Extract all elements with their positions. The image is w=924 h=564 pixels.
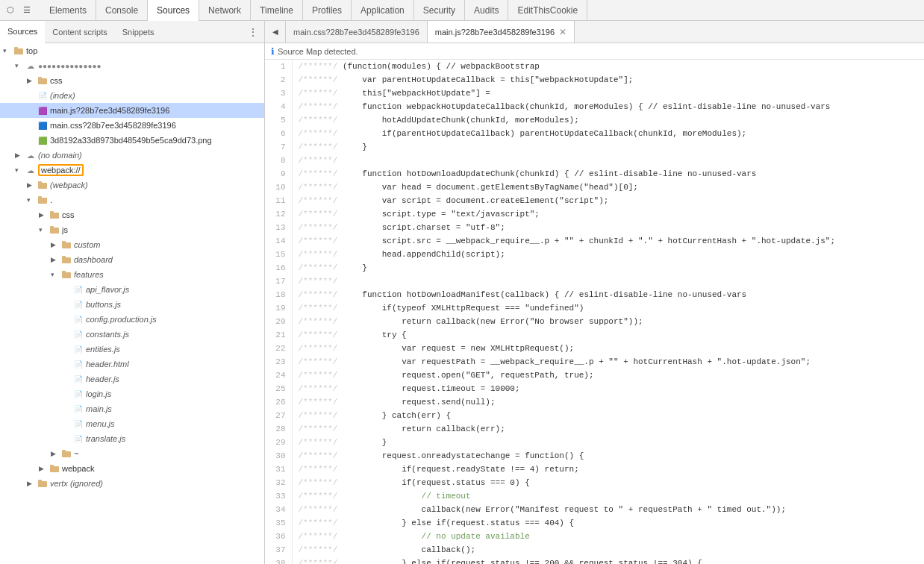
file-icon-menu-js: 📄 <box>73 419 84 429</box>
tree-item-menu-js[interactable]: ▶ 📄 menu.js <box>0 416 264 431</box>
line-content: /******/ } else if(request.status !== 20… <box>292 557 924 564</box>
code-line: 35/******/ } else if(request.status === … <box>265 516 924 530</box>
tab-sources[interactable]: Sources <box>148 0 199 21</box>
tree-label-features: features <box>74 270 104 279</box>
code-line: 2/******/ var parentHotUpdateCallback = … <box>265 73 924 87</box>
line-content: /******/ if(parentHotUpdateCallback) par… <box>292 127 924 140</box>
file-tab-main-css[interactable]: main.css?28b7ee3d458289fe3196 <box>286 21 428 43</box>
code-line: 17/******/ <box>265 275 924 288</box>
file-icon-main-js-src: 📄 <box>73 404 84 414</box>
file-tab-main-js[interactable]: main.js?28b7ee3d458289fe3196 ✕ <box>428 21 575 43</box>
tree-item-png[interactable]: ▶ 🟩 3d8192a33d8973bd48549b5e5ca9dd73.png <box>0 133 264 148</box>
info-icon: ℹ <box>271 46 275 57</box>
line-number: 30 <box>265 449 292 463</box>
code-line: 12/******/ script.type = "text/javascrip… <box>265 207 924 221</box>
code-line: 18/******/ function hotDownloadManifest(… <box>265 288 924 301</box>
code-line: 25/******/ request.timeout = 10000; <box>265 382 924 395</box>
tab-audits[interactable]: Audits <box>465 0 508 21</box>
line-number: 8 <box>265 154 292 167</box>
tree-label-js: js <box>62 225 68 234</box>
line-number: 25 <box>265 382 292 395</box>
tree-item-webpack[interactable]: ▾ ☁ webpack:// <box>0 163 264 178</box>
svg-rect-7 <box>38 196 42 198</box>
line-number: 3 <box>265 87 292 100</box>
tree-item-js-folder[interactable]: ▾ js <box>0 222 264 237</box>
tree-item-constants[interactable]: ▶ 📄 constants.js <box>0 327 264 342</box>
tree-item-main-js[interactable]: ▶ 🟪 main.js?28b7ee3d458289fe3196 <box>0 103 264 118</box>
folder-tilde-icon <box>61 448 72 459</box>
tree-item-entities[interactable]: ▶ 📄 entities.js <box>0 342 264 357</box>
code-area[interactable]: 1/******/ (function(modules) { // webpac… <box>265 60 924 564</box>
tree-item-dashboard[interactable]: ▶ dashboard <box>0 252 264 267</box>
file-tab-close-btn[interactable]: ✕ <box>559 28 566 37</box>
tree-item-domain[interactable]: ▾ ☁ ●●●●●●●●●●●●●● <box>0 58 264 73</box>
folder-js-icon <box>49 225 60 235</box>
sidebar-menu-button[interactable]: ⋮ <box>242 26 264 38</box>
tree-item-dot-css[interactable]: ▶ css <box>0 207 264 222</box>
line-content: /******/ callback(new Error("Manifest re… <box>292 503 924 516</box>
tree-item-top[interactable]: ▾ top <box>0 43 264 58</box>
source-map-notice: ℹ Source Map detected. <box>265 43 924 60</box>
code-line: 10/******/ var head = document.getElemen… <box>265 181 924 194</box>
tab-security[interactable]: Security <box>414 0 465 21</box>
tree-label-webpack: webpack:// <box>38 164 84 176</box>
tab-network[interactable]: Network <box>199 0 251 21</box>
tree-item-no-domain[interactable]: ▶ ☁ (no domain) <box>0 148 264 163</box>
line-content: /******/ this["webpackHotUpdate"] = <box>292 87 924 100</box>
arrow-css: ▶ <box>27 77 37 84</box>
line-number: 5 <box>265 113 292 127</box>
tree-item-vertx[interactable]: ▶ vertx (ignored) <box>0 476 264 491</box>
tree-label-translate-js: translate.js <box>86 434 125 443</box>
tab-console[interactable]: Console <box>96 0 148 21</box>
tab-timeline[interactable]: Timeline <box>251 0 303 21</box>
tree-item-custom[interactable]: ▶ custom <box>0 237 264 252</box>
source-map-text: Source Map detected. <box>278 47 358 56</box>
line-number: 2 <box>265 73 292 87</box>
line-content: /******/ script.charset = "utf-8"; <box>292 221 924 234</box>
code-line: 11/******/ var script = document.createE… <box>265 194 924 207</box>
line-number: 35 <box>265 516 292 530</box>
tree-item-dot-folder[interactable]: ▾ . <box>0 192 264 207</box>
tree-item-index[interactable]: ▶ 📄 (index) <box>0 88 264 103</box>
arrow-custom: ▶ <box>51 241 61 248</box>
line-content: /******/ if(typeof XMLHttpRequest === "u… <box>292 301 924 315</box>
line-number: 37 <box>265 543 292 557</box>
file-tab-nav-btn[interactable]: ◀ <box>265 21 286 43</box>
line-content: /******/ return callback(err); <box>292 422 924 436</box>
folder-top-icon <box>13 46 24 56</box>
tree-item-translate-js[interactable]: ▶ 📄 translate.js <box>0 431 264 446</box>
code-line: 29/******/ } <box>265 436 924 449</box>
arrow-domain: ▾ <box>15 62 25 69</box>
devtools-icon-1[interactable]: ⬡ <box>3 3 18 18</box>
tab-profiles[interactable]: Profiles <box>303 0 352 21</box>
tree-item-header-html[interactable]: ▶ 📄 header.html <box>0 357 264 372</box>
tree-item-header-js[interactable]: ▶ 📄 header.js <box>0 372 264 386</box>
sidebar-tab-sources[interactable]: Sources <box>0 21 45 43</box>
tree-item-buttons-js[interactable]: ▶ 📄 buttons.js <box>0 297 264 312</box>
sidebar-tab-snippets[interactable]: Snippets <box>115 21 162 43</box>
tree-item-tilde[interactable]: ▶ ~ <box>0 446 264 461</box>
code-line: 26/******/ request.send(null); <box>265 395 924 409</box>
tree-item-api-flavor[interactable]: ▶ 📄 api_flavor.js <box>0 282 264 297</box>
line-content: /******/ head.appendChild(script); <box>292 248 924 261</box>
tab-elements[interactable]: Elements <box>40 0 96 21</box>
tree-item-login-js[interactable]: ▶ 📄 login.js <box>0 386 264 401</box>
arrow-vertx: ▶ <box>27 480 37 487</box>
tree-item-main-css[interactable]: ▶ 🟦 main.css?28b7ee3d458289fe3196 <box>0 118 264 133</box>
tree-item-main-js-src[interactable]: ▶ 📄 main.js <box>0 401 264 416</box>
tab-editthiscookie[interactable]: EditThisCookie <box>508 0 587 21</box>
line-number: 18 <box>265 288 292 301</box>
tree-item-webpack-folder[interactable]: ▶ (webpack) <box>0 178 264 192</box>
tree-item-features[interactable]: ▾ features <box>0 267 264 282</box>
line-number: 11 <box>265 194 292 207</box>
line-content: /******/ script.src = __webpack_require_… <box>292 234 924 248</box>
tree-item-webpack-sub[interactable]: ▶ webpack <box>0 461 264 476</box>
devtools-icon-2[interactable]: ☰ <box>19 3 34 18</box>
code-line: 15/******/ head.appendChild(script); <box>265 248 924 261</box>
tree-item-config-prod[interactable]: ▶ 📄 config.production.js <box>0 312 264 327</box>
svg-rect-4 <box>38 183 47 189</box>
line-number: 22 <box>265 342 292 355</box>
tab-application[interactable]: Application <box>352 0 414 21</box>
tree-item-css-folder[interactable]: ▶ css <box>0 73 264 88</box>
sidebar-tab-content-scripts[interactable]: Content scripts <box>45 21 114 43</box>
